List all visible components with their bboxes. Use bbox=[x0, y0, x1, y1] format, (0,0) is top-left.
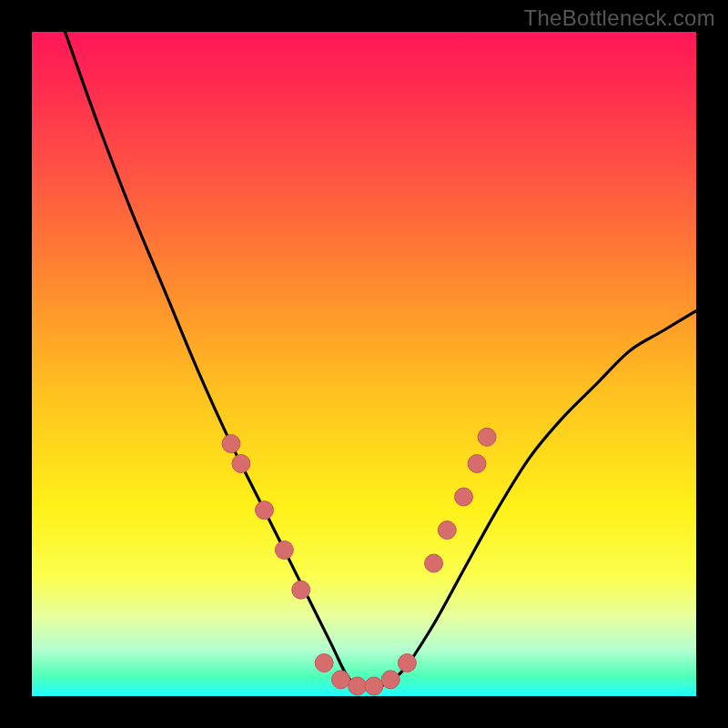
marker-left-cluster-1 bbox=[222, 435, 240, 453]
marker-right-cluster-4 bbox=[468, 455, 486, 473]
marker-bottom-6 bbox=[398, 654, 416, 672]
marker-bottom-4 bbox=[365, 677, 383, 695]
marker-left-cluster-2 bbox=[232, 455, 250, 473]
bottleneck-curve bbox=[66, 32, 697, 690]
marker-right-cluster-5 bbox=[478, 428, 496, 446]
markers-group bbox=[222, 428, 496, 695]
marker-right-cluster-1 bbox=[425, 554, 443, 572]
marker-left-cluster-5 bbox=[292, 581, 310, 599]
marker-left-cluster-4 bbox=[275, 541, 293, 559]
marker-bottom-2 bbox=[332, 671, 350, 689]
marker-bottom-3 bbox=[349, 677, 367, 695]
marker-bottom-5 bbox=[381, 671, 399, 689]
curve-svg bbox=[32, 32, 696, 696]
marker-left-cluster-3 bbox=[256, 501, 274, 520]
plot-area bbox=[32, 32, 696, 696]
marker-right-cluster-3 bbox=[455, 488, 473, 506]
marker-bottom-1 bbox=[315, 654, 333, 672]
chart-frame: TheBottleneck.com bbox=[0, 0, 728, 728]
watermark-text: TheBottleneck.com bbox=[523, 5, 715, 31]
marker-right-cluster-2 bbox=[438, 521, 456, 540]
